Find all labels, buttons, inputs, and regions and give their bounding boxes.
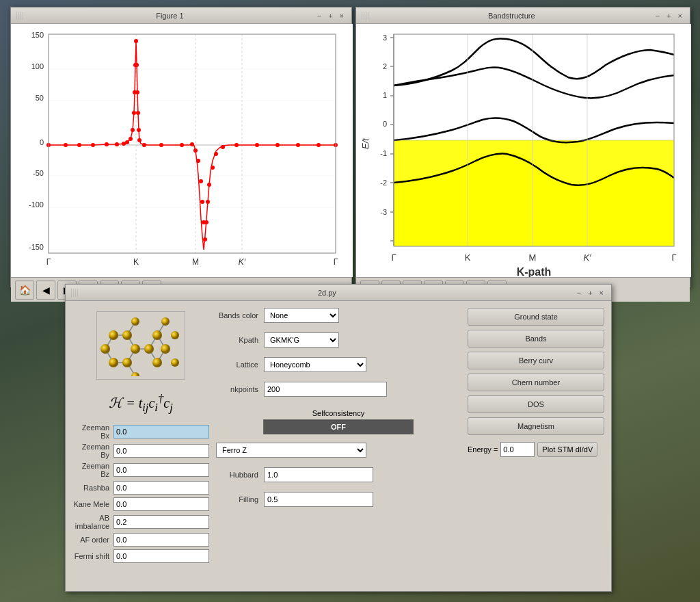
rashba-row: Rashba	[72, 481, 209, 495]
bandstructure-controls[interactable]: − + ×	[654, 12, 684, 20]
svg-point-117	[144, 344, 154, 354]
close-button[interactable]: ×	[597, 289, 606, 297]
svg-text:Γ: Γ	[671, 252, 676, 263]
app-content: ℋ = tijci†cj Zeeman Bx Zeeman By Zeeman …	[66, 301, 611, 591]
kpath-select[interactable]: GKMK'G GMK	[264, 332, 339, 348]
svg-text:K′: K′	[239, 257, 246, 267]
zeeman-bz-input[interactable]	[113, 463, 209, 477]
chern-number-button[interactable]: Chern number	[468, 374, 604, 391]
svg-text:K-path: K-path	[517, 266, 552, 277]
close-button[interactable]: ×	[676, 12, 684, 20]
toggle-off-label: OFF	[264, 420, 413, 434]
svg-text:-100: -100	[29, 200, 44, 209]
svg-point-123	[171, 331, 179, 339]
bands-button[interactable]: Bands	[468, 330, 604, 348]
svg-point-52	[203, 237, 207, 241]
maximize-button[interactable]: +	[586, 289, 594, 297]
energy-input[interactable]	[500, 442, 535, 457]
svg-text:-50: -50	[33, 169, 44, 177]
bandstructure-window: Bandstructure − + ×	[355, 7, 690, 287]
ground-state-button[interactable]: Ground state	[468, 308, 604, 326]
figure1-title: Figure 1	[25, 12, 315, 20]
bandstructure-titlebar[interactable]: Bandstructure − + ×	[356, 8, 690, 24]
hamiltonian-formula: ℋ = tijci†cj	[72, 389, 209, 418]
selfconsistency-label: Selfconsistency	[312, 409, 364, 417]
dos-button[interactable]: DOS	[468, 395, 604, 413]
kane-mele-label: Kane Mele	[72, 500, 113, 508]
center-panel: Bands color None Red Blue Kpath GKMK'G G…	[216, 308, 461, 584]
home-button[interactable]: 🏠	[15, 280, 34, 300]
bands-color-label: Bands color	[216, 311, 264, 319]
svg-point-28	[105, 142, 109, 146]
berry-curv-button[interactable]: Berry curv	[468, 352, 604, 369]
svg-point-45	[180, 143, 184, 147]
svg-text:50: 50	[36, 94, 44, 102]
af-order-label: AF order	[72, 536, 113, 544]
af-order-input[interactable]	[113, 533, 209, 547]
svg-point-43	[142, 143, 146, 147]
figure1-controls[interactable]: − + ×	[315, 12, 346, 20]
svg-text:E/t: E/t	[360, 138, 371, 149]
svg-point-115	[100, 344, 110, 354]
lattice-label: Lattice	[216, 361, 264, 369]
svg-point-124	[171, 358, 179, 367]
lattice-select[interactable]: Honeycomb Square Triangular	[264, 357, 366, 372]
molecule-svg	[100, 315, 182, 376]
svg-point-53	[204, 220, 208, 224]
right-panel: Ground state Bands Berry curv Chern numb…	[468, 308, 604, 584]
bands-color-select[interactable]: None Red Blue	[264, 308, 339, 323]
svg-point-47	[193, 148, 198, 153]
maximize-button[interactable]: +	[326, 12, 334, 20]
zeeman-bz-row: Zeeman Bz	[72, 462, 209, 478]
filling-input[interactable]	[264, 492, 373, 507]
nkpoints-input[interactable]	[264, 382, 387, 397]
ferro-select[interactable]: Ferro Z Ferro X AF	[216, 443, 366, 458]
zeeman-bx-input[interactable]	[113, 425, 209, 439]
main-app-controls[interactable]: − + ×	[575, 289, 606, 297]
zeeman-by-label: Zeeman By	[72, 443, 113, 459]
svg-text:-150: -150	[29, 243, 44, 251]
left-panel: ℋ = tijci†cj Zeeman Bx Zeeman By Zeeman …	[72, 308, 209, 584]
ab-imbalance-row: AB imbalance	[72, 514, 209, 530]
figure1-plot: 150 100 50 0 -50 -100 -150 Γ K M K′ Γ	[11, 24, 353, 277]
svg-point-37	[134, 39, 138, 43]
filling-row: Filling	[216, 492, 461, 507]
hubbard-row: Hubbard	[216, 467, 461, 482]
kane-mele-row: Kane Mele	[72, 497, 209, 511]
parameters-section: Zeeman Bx Zeeman By Zeeman Bz Rashba Kan…	[72, 423, 209, 566]
rashba-input[interactable]	[113, 481, 209, 495]
zeeman-by-input[interactable]	[113, 444, 209, 458]
main-app-titlebar[interactable]: 2d.py − + ×	[66, 285, 611, 301]
kane-mele-input[interactable]	[113, 497, 209, 511]
svg-text:3: 3	[383, 34, 387, 42]
rashba-label: Rashba	[72, 484, 113, 492]
svg-point-41	[137, 128, 141, 132]
minimize-button[interactable]: −	[575, 289, 583, 297]
magnetism-button[interactable]: Magnetism	[468, 417, 604, 435]
svg-point-62	[296, 143, 300, 147]
hubbard-input[interactable]	[264, 467, 373, 482]
svg-text:0: 0	[40, 138, 44, 146]
figure1-titlebar[interactable]: Figure 1 − + ×	[11, 8, 351, 24]
minimize-button[interactable]: −	[654, 12, 662, 20]
svg-point-33	[131, 128, 135, 132]
svg-point-31	[125, 140, 129, 144]
svg-point-58	[221, 145, 225, 149]
plot-stm-button[interactable]: Plot STM dI/dV	[537, 442, 597, 457]
svg-point-116	[131, 317, 139, 326]
maximize-button[interactable]: +	[664, 12, 673, 20]
zeeman-by-row: Zeeman By	[72, 443, 209, 459]
svg-point-63	[317, 143, 321, 147]
close-button[interactable]: ×	[338, 12, 346, 20]
minimize-button[interactable]: −	[315, 12, 323, 20]
svg-point-42	[137, 138, 142, 142]
svg-point-112	[131, 344, 140, 354]
selfconsistency-toggle[interactable]: OFF	[263, 419, 414, 434]
svg-point-29	[115, 142, 119, 146]
back-button[interactable]: ◀	[36, 280, 55, 300]
bandstructure-title: Bandstructure	[370, 12, 654, 20]
ab-imbalance-input[interactable]	[113, 515, 209, 529]
svg-point-121	[152, 358, 162, 367]
fermi-shift-input[interactable]	[113, 549, 209, 563]
nkpoints-row: nkpoints	[216, 382, 461, 397]
